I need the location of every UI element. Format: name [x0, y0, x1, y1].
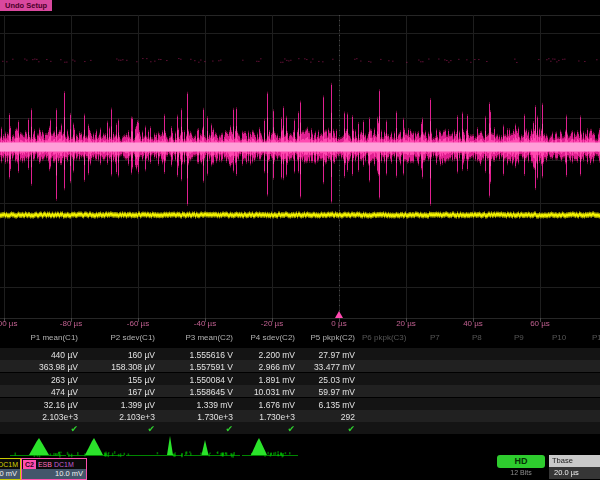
x-axis-tick-label: -40 µs [194, 319, 216, 328]
table-row [0, 385, 600, 397]
c2-mode-label: ESB [38, 460, 52, 469]
adc-bits-label: 12 Bits [497, 469, 545, 476]
measurement-value: 1.730e+3 [259, 412, 295, 422]
measurement-value: 1.555616 V [190, 350, 233, 360]
table-row [0, 410, 600, 422]
measurement-header-empty[interactable]: P9 [514, 333, 524, 342]
measurement-header-empty[interactable]: P8 [472, 333, 482, 342]
undo-setup-button[interactable]: Undo Setup [0, 0, 52, 11]
measurement-value: 2.103e+3 [119, 412, 155, 422]
measurement-header[interactable]: P3 mean(C2) [185, 333, 233, 342]
table-row [0, 422, 600, 434]
measurement-value: 59.97 mV [319, 387, 355, 397]
channel-c1-descriptor[interactable]: DC1M 10.0 mV [0, 458, 21, 480]
measurement-status-ok: ✔ [347, 424, 355, 434]
x-axis-tick-label: 60 µs [530, 319, 550, 328]
oscilloscope-screen: Undo Setup -100 µs-80 µs-60 µs-40 µs-20 … [0, 0, 600, 480]
measurement-status-ok: ✔ [225, 424, 233, 434]
measurement-value: 363.98 µV [39, 362, 78, 372]
measurement-status-ok: ✔ [287, 424, 295, 434]
measurement-header[interactable]: P2 sdev(C1) [111, 333, 155, 342]
measurement-status-ok: ✔ [147, 424, 155, 434]
measurement-value: 160 µV [128, 350, 155, 360]
x-axis-tick-label: 0 µs [331, 319, 346, 328]
c2-coupling-label: DC1M [54, 460, 74, 469]
table-row [0, 348, 600, 360]
c1-scale-value: 10.0 mV [0, 469, 20, 479]
measurement-header-empty[interactable]: P10 [552, 333, 566, 342]
measurement-value: 33.477 mV [314, 362, 355, 372]
measurement-value: 1.676 mV [259, 400, 295, 410]
x-axis-tick-label: -20 µs [261, 319, 283, 328]
measurement-value: 6.135 mV [319, 400, 355, 410]
measurement-value: 167 µV [128, 387, 155, 397]
measurement-value: 1.730e+3 [197, 412, 233, 422]
measurement-header-empty[interactable]: P6 pkpk(C3) [362, 333, 406, 342]
x-axis-tick-label: -60 µs [127, 319, 149, 328]
measurement-value: 1.399 µV [121, 400, 155, 410]
time-axis: -100 µs-80 µs-60 µs-40 µs-20 µs0 µs20 µs… [0, 319, 600, 331]
measurement-value: 10.031 mV [254, 387, 295, 397]
measurement-header[interactable]: P1 mean(C1) [30, 333, 78, 342]
x-axis-tick-label: -100 µs [0, 319, 17, 328]
measurement-header[interactable]: P5 pkpk(C2) [311, 333, 355, 342]
c2-scale-value: 10.0 mV [22, 469, 86, 479]
measurement-value: 1.339 mV [197, 400, 233, 410]
timebase-descriptor[interactable]: Tbase 20.0 µs [549, 455, 600, 479]
measurement-value: 1.891 mV [259, 375, 295, 385]
table-row [0, 373, 600, 385]
measurement-value: 1.550084 V [190, 375, 233, 385]
measurement-value: 440 µV [51, 350, 78, 360]
measurement-value: 155 µV [128, 375, 155, 385]
hd-mode-badge: HD [497, 455, 545, 468]
measurement-value: 292 [341, 412, 355, 422]
measurement-header[interactable]: P4 sdev(C2) [251, 333, 295, 342]
table-row [0, 398, 600, 410]
measurement-value: 474 µV [51, 387, 78, 397]
c2-badge: C2 [23, 460, 36, 469]
measurement-value: 1.558645 V [190, 387, 233, 397]
channel-c2-descriptor[interactable]: C2 ESB DC1M 10.0 mV [21, 458, 87, 480]
measurement-table: P1 mean(C1)P2 sdev(C1)P3 mean(C2)P4 sdev… [0, 331, 600, 433]
measurement-value: 158.308 µV [111, 362, 155, 372]
measurement-status-ok: ✔ [70, 424, 78, 434]
measurement-value: 263 µV [51, 375, 78, 385]
timebase-value: 20.0 µs [549, 467, 600, 479]
measurement-value: 32.16 µV [44, 400, 78, 410]
x-axis-tick-label: 40 µs [463, 319, 483, 328]
x-axis-tick-label: -80 µs [60, 319, 82, 328]
measurement-value: 25.03 mV [319, 375, 355, 385]
measurement-value: 2.103e+3 [42, 412, 78, 422]
measurement-header-empty[interactable]: P7 [430, 333, 440, 342]
c1-coupling-label: DC1M [0, 460, 18, 469]
measurement-value: 2.200 mV [259, 350, 295, 360]
measurement-value: 1.557591 V [190, 362, 233, 372]
x-axis-tick-label: 20 µs [396, 319, 416, 328]
timebase-label: Tbase [549, 455, 600, 467]
table-row [0, 360, 600, 372]
measurement-value: 27.97 mV [319, 350, 355, 360]
measurement-value: 2.966 mV [259, 362, 295, 372]
measurement-header-empty[interactable]: P11 [592, 333, 600, 342]
